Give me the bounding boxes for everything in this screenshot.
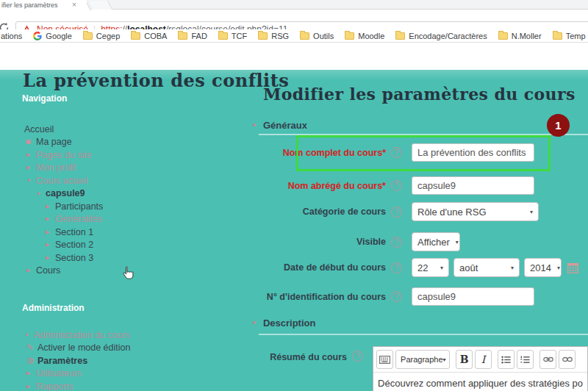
chevron-right-icon: ▶ [26, 370, 36, 376]
shortname-input[interactable] [412, 176, 534, 195]
sidebar-item-parametres[interactable]: ⚙Paramètres [22, 354, 246, 367]
pencil-icon: ✎ [26, 343, 37, 352]
bookmark-label: Cegep [96, 32, 120, 40]
bookmark-item[interactable]: TCF [218, 32, 247, 40]
browser-tab[interactable]: ifier les paramètres × [0, 0, 87, 10]
close-icon[interactable]: × [72, 1, 76, 8]
sidebar-item-activer-mode-edition[interactable]: ✎Activer le mode édition [22, 342, 246, 355]
bookmark-item[interactable]: Encodage/Caractères [395, 32, 487, 40]
idnumber-label: N° d'identification du cours [259, 292, 386, 302]
page-title: La prévention des conflits [23, 70, 289, 91]
category-select[interactable]: Rôle d'une RSG ▾ [412, 202, 539, 221]
navigation-tree: Accueil Ma page ▶Pages du site ▶Mon prof… [22, 123, 246, 277]
rich-text-editor: Paragraphe ▾ B I [373, 346, 588, 391]
bookmark-item[interactable]: Moodle [345, 32, 384, 40]
administration-block-header: Administration [22, 303, 246, 313]
sidebar-item-pages-du-site[interactable]: ▶Pages du site [22, 148, 246, 162]
sidebar-item-cours-actuel[interactable]: ▼Cours actuel [22, 174, 246, 187]
caret-down-icon: ▾ [505, 265, 514, 271]
bookmark-label: Temp [566, 32, 586, 40]
new-tab-button[interactable] [89, 1, 112, 10]
unlink-button[interactable] [559, 350, 576, 369]
folder-icon [498, 32, 508, 40]
sidebar-item-label: Paramètres [37, 356, 87, 366]
bullet-list-button[interactable] [498, 350, 514, 369]
sidebar-item-ma-page[interactable]: Ma page [22, 136, 246, 149]
sidebar-item-section-3[interactable]: ▶Section 3 [22, 251, 246, 265]
administration-tree: ▼Administration du cours ✎Activer le mod… [22, 329, 246, 391]
sidebar-item-section-1[interactable]: ▶Section 1 [22, 226, 246, 239]
field-row-idnumber: N° d'identification du cours ? [259, 287, 588, 306]
numbered-list-button[interactable] [517, 350, 534, 369]
folder-icon [218, 32, 228, 40]
sidebar-item-section-2[interactable]: ▶Section 2 [22, 239, 246, 252]
help-icon[interactable]: ? [391, 291, 402, 302]
bookmark-item[interactable]: COBA [131, 32, 167, 40]
chevron-down-icon: ▼ [26, 178, 36, 183]
toggle-toolbar-button[interactable] [376, 350, 393, 369]
bookmark-item[interactable]: RSG [258, 32, 289, 40]
sidebar-item-label: Administration du cours [34, 330, 130, 340]
sidebar-item-generalites[interactable]: ▶Généralités [22, 213, 246, 226]
sidebar-item-capsule9[interactable]: ▼capsule9 [22, 187, 246, 201]
folder-icon [395, 32, 405, 40]
year-selected-value: 2014 [530, 262, 551, 273]
calendar-icon[interactable] [567, 262, 578, 273]
keyboard-icon [379, 356, 390, 364]
editor-content[interactable]: Découvrez comment appliquer des stratégi… [373, 373, 587, 391]
section-generaux[interactable]: ▼ Généraux [251, 120, 307, 131]
section-label: Description [263, 318, 316, 329]
bold-button[interactable]: B [456, 350, 473, 369]
help-icon[interactable]: ? [391, 262, 402, 273]
bookmark-item[interactable]: N.Moller [498, 32, 542, 40]
browser-toolbar: Non sécurisé | https://localhost/rsgloca… [0, 10, 588, 29]
visible-label: Visible [259, 237, 386, 247]
paragraph-format-select[interactable]: Paragraphe ▾ [395, 350, 450, 369]
startdate-year-select[interactable]: 2014 ▾ [524, 258, 562, 277]
folder-icon [131, 32, 140, 40]
visible-selected-value: Afficher [417, 237, 450, 248]
startdate-day-select[interactable]: 22 ▾ [412, 258, 449, 277]
help-icon[interactable]: ? [391, 207, 402, 218]
bullet-list-icon [501, 356, 511, 364]
month-selected-value: août [459, 262, 478, 273]
startdate-month-select[interactable]: août ▾ [453, 258, 520, 277]
bookmark-label: Google [46, 32, 71, 40]
field-row-summary: Résumé du cours ? Paragraphe ▾ B [259, 346, 588, 391]
sidebar-item-participants[interactable]: ▶Participants [22, 200, 246, 213]
caret-down-icon: ▾ [443, 356, 446, 363]
sidebar-item-accueil[interactable]: Accueil [22, 123, 246, 136]
unlink-icon [562, 356, 573, 362]
chevron-right-icon: ▶ [26, 165, 36, 171]
section-description[interactable]: ▼ Description [251, 318, 315, 329]
bookmark-item[interactable]: Cegep [83, 32, 120, 40]
bookmark-item-google[interactable]: Google [33, 32, 71, 40]
visible-select[interactable]: Afficher ▾ [412, 232, 460, 251]
folder-icon [345, 32, 354, 40]
bookmark-item[interactable]: ations [1, 32, 22, 40]
mouse-cursor [121, 266, 135, 281]
bookmark-item[interactable]: FAD [178, 32, 207, 40]
sidebar-item-mon-profil[interactable]: ▶Mon profil [22, 162, 246, 175]
folder-icon [83, 32, 93, 40]
chevron-down-icon: ▼ [24, 332, 34, 337]
sidebar-item-rapports[interactable]: ▶Rapports [22, 380, 246, 391]
link-icon [543, 356, 553, 362]
gear-icon: ⚙ [26, 356, 37, 365]
help-icon[interactable]: ? [391, 180, 402, 191]
sidebar-item-utilisateurs[interactable]: ▶Utilisateurs [22, 367, 246, 381]
help-icon[interactable]: ? [391, 237, 402, 248]
link-button[interactable] [539, 350, 556, 369]
idnumber-input[interactable] [412, 287, 534, 306]
sidebar-item-label: Pages du site [36, 150, 92, 160]
chevron-right-icon: ▶ [26, 152, 36, 158]
help-icon[interactable]: ? [352, 351, 363, 362]
folder-icon [258, 32, 268, 40]
chevron-right-icon: ▶ [46, 216, 55, 222]
italic-button[interactable]: I [475, 350, 492, 369]
sidebar-item-administration-du-cours[interactable]: ▼Administration du cours [22, 329, 246, 342]
bookmark-item[interactable]: Temp [553, 32, 586, 40]
sidebar-item-label: Cours actuel [36, 176, 87, 186]
bookmark-item[interactable]: Outils [300, 32, 334, 40]
highlight-box [296, 135, 551, 171]
